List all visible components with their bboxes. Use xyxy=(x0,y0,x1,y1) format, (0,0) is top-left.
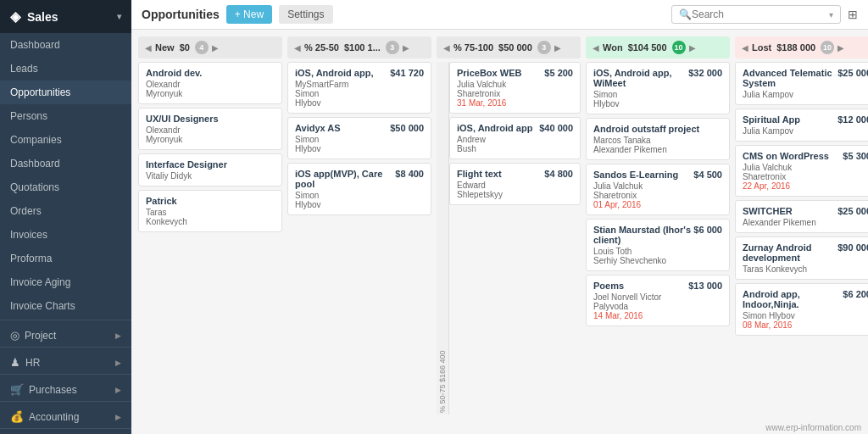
card-company: Shlepetskyy xyxy=(457,190,573,199)
col-nav-right-won[interactable]: ▶ xyxy=(689,43,696,53)
sidebar-item-invoice-charts[interactable]: Invoice Charts xyxy=(0,294,131,318)
sidebar-item-dashboard[interactable]: Dashboard xyxy=(0,33,131,57)
card-won-0[interactable]: $32 000iOS, Android app, WiMeetSimonHlyb… xyxy=(586,62,730,114)
card-amount: $5 300 xyxy=(843,151,868,161)
main-content: Opportunities + New Settings 🔍 ▾ ⊞ ◀ New… xyxy=(131,0,868,434)
card-amount: $13 000 xyxy=(688,281,722,291)
card-person: Julia Valchuk xyxy=(593,181,722,191)
col-count-won: 10 xyxy=(672,41,686,54)
card-company: Bush xyxy=(457,144,573,153)
col-body-75-100: $5 200PriceBox WEBJulia ValchukSharetron… xyxy=(449,62,581,415)
col-nav-right-lost[interactable]: ▶ xyxy=(837,43,844,53)
card-lost-3[interactable]: $25 000SWITCHERAlexander Pikemen xyxy=(735,200,868,233)
search-input[interactable] xyxy=(692,8,829,20)
card-lost-2[interactable]: $5 300CMS on WordPressJulia ValchukShare… xyxy=(735,145,868,197)
card-won-3[interactable]: $6 000Stian Maurstad (Ihor's client)Loui… xyxy=(586,219,730,271)
section-chevron: ▶ xyxy=(115,359,121,367)
card-person: Louis Toth xyxy=(593,247,722,256)
col-title-won: Won xyxy=(603,42,623,53)
sidebar-item-quotations[interactable]: Quotations xyxy=(0,175,131,199)
settings-button[interactable]: Settings xyxy=(279,5,332,24)
card-lost-0[interactable]: $25 000Advanced Telematic SystemJulia Ka… xyxy=(735,62,868,105)
search-box: 🔍 ▾ xyxy=(671,5,841,24)
card-company: Hlybov xyxy=(295,144,424,153)
card-25-50-1[interactable]: $50 000Avidyx ASSimonHlybov xyxy=(287,117,431,159)
card-date: 08 Mar, 2016 xyxy=(743,320,868,330)
card-person: Simon Hlybov xyxy=(743,311,868,320)
card-date: 14 Mar, 2016 xyxy=(593,311,722,320)
card-75-100-2[interactable]: $4 800Flight textEdwardShlepetskyy xyxy=(449,163,581,205)
sidebar-section-project[interactable]: ◎ Project ▶ xyxy=(0,322,131,345)
section-chevron: ▶ xyxy=(115,386,121,394)
card-title: UX/UI Designers xyxy=(146,114,275,124)
card-25-50-0[interactable]: $41 720iOS, Android app,MySmartFarmSimon… xyxy=(287,62,431,114)
sidebar-section-hr[interactable]: ♟ HR ▶ xyxy=(0,349,131,372)
card-person: Simon xyxy=(295,135,424,144)
col-header-won: ◀ Won $104 500 10 ▶ xyxy=(586,36,730,58)
card-amount: $40 000 xyxy=(539,123,573,133)
kanban-col-75-100: ◀ % 75-100 $50 000 3 ▶ % 50-75 $166 400$… xyxy=(437,36,581,415)
card-company: Alexander Pikemen xyxy=(593,145,722,154)
col-count-75-100: 3 xyxy=(537,41,551,54)
col-nav-right-new[interactable]: ▶ xyxy=(212,43,219,53)
col-nav-left-25-50[interactable]: ◀ xyxy=(294,43,301,53)
section-chevron: ▶ xyxy=(115,331,121,340)
card-75-100-1[interactable]: $40 000iOS, Android appAndrewBush xyxy=(449,117,581,159)
col-nav-left-new[interactable]: ◀ xyxy=(145,43,152,53)
col-nav-right-25-50[interactable]: ▶ xyxy=(403,43,409,53)
sidebar-item-companies[interactable]: Companies xyxy=(0,128,131,152)
sidebar-item-invoice-aging[interactable]: Invoice Aging xyxy=(0,270,131,294)
card-lost-5[interactable]: $6 200Android app, Indoor,Ninja.Simon Hl… xyxy=(735,283,868,336)
col-nav-left-won[interactable]: ◀ xyxy=(593,43,599,53)
col-header-75-100: ◀ % 75-100 $50 000 3 ▶ xyxy=(437,36,581,58)
section-label: Project xyxy=(25,330,56,342)
sidebar-item-proforma[interactable]: Proforma xyxy=(0,247,131,270)
sidebar-item-opportunities[interactable]: Opportunities xyxy=(0,81,131,104)
card-25-50-2[interactable]: $8 400iOS app(MVP), Care poolSimonHlybov xyxy=(287,163,431,215)
sidebar-section-purchases[interactable]: 🛒 Purchases ▶ xyxy=(0,376,131,399)
view-toggle-icon[interactable]: ⊞ xyxy=(848,8,858,21)
card-amount: $5 200 xyxy=(544,68,573,78)
card-won-1[interactable]: Android outstaff projectMarcos TanakaAle… xyxy=(586,118,730,160)
card-new-0[interactable]: Android dev.OlexandrMyronyuk xyxy=(138,62,282,104)
card-amount: $6 000 xyxy=(693,225,722,235)
card-75-100-0[interactable]: $5 200PriceBox WEBJulia ValchukSharetron… xyxy=(449,62,581,114)
card-new-2[interactable]: Interface DesignerVitaliy Didyk xyxy=(138,153,282,186)
card-person: Taras xyxy=(146,208,275,217)
search-dropdown-icon[interactable]: ▾ xyxy=(829,10,833,19)
col-title-25-50: % 25-50 xyxy=(304,42,339,53)
sidebar-item-dashboard2[interactable]: Dashboard xyxy=(0,152,131,175)
sidebar-section-accounting[interactable]: 💰 Accounting ▶ xyxy=(0,403,131,426)
topbar: Opportunities + New Settings 🔍 ▾ ⊞ xyxy=(131,0,868,30)
card-new-1[interactable]: UX/UI DesignersOlexandrMyronyuk xyxy=(138,108,282,150)
card-date: 01 Apr, 2016 xyxy=(593,200,722,209)
card-lost-4[interactable]: $90 000Zurnay Android developmentTaras K… xyxy=(735,236,868,280)
kanban-col-25-50: ◀ % 25-50 $100 1... 3 ▶ $41 720iOS, Andr… xyxy=(287,36,431,415)
sidebar-brand[interactable]: ◈ Sales ▾ xyxy=(0,0,131,33)
new-button[interactable]: + New xyxy=(226,5,272,24)
purchases-icon: 🛒 xyxy=(10,383,24,396)
col-title-75-100: % 75-100 xyxy=(453,42,493,53)
vertical-label-75-100: % 50-75 $166 400 xyxy=(437,62,449,415)
sidebar-item-persons[interactable]: Persons xyxy=(0,104,131,128)
kanban-col-lost: ◀ Lost $188 000 10 ▶ $25 000Advanced Tel… xyxy=(735,36,868,415)
card-lost-1[interactable]: $12 000Spiritual AppJulia Kampov xyxy=(735,108,868,142)
col-amount-won: $104 500 xyxy=(628,42,667,53)
sidebar-item-invoices[interactable]: Invoices xyxy=(0,223,131,247)
card-new-3[interactable]: PatrickTarasKonkevych xyxy=(138,190,282,232)
kanban-col-won: ◀ Won $104 500 10 ▶ $32 000iOS, Android … xyxy=(586,36,730,415)
card-person: Julia Kampov xyxy=(743,126,868,136)
col-nav-right-75-100[interactable]: ▶ xyxy=(554,43,561,53)
sidebar-item-leads[interactable]: Leads xyxy=(0,57,131,81)
card-won-4[interactable]: $13 000PoemsJoel Norvell VictorPalyvoda1… xyxy=(586,275,730,326)
col-header-25-50: ◀ % 25-50 $100 1... 3 ▶ xyxy=(287,36,431,58)
search-icon: 🔍 xyxy=(679,8,692,20)
col-header-new: ◀ New $0 4 ▶ xyxy=(138,36,282,58)
col-nav-left-75-100[interactable]: ◀ xyxy=(443,43,450,53)
card-won-2[interactable]: $4 500Sandos E-LearningJulia ValchukShar… xyxy=(586,164,730,215)
col-header-lost: ◀ Lost $188 000 10 ▶ xyxy=(735,36,868,58)
sidebar-item-orders[interactable]: Orders xyxy=(0,199,131,223)
kanban-col-new: ◀ New $0 4 ▶ Android dev.OlexandrMyronyu… xyxy=(138,36,282,415)
col-nav-left-lost[interactable]: ◀ xyxy=(742,43,748,53)
accounting-icon: 💰 xyxy=(10,410,24,423)
